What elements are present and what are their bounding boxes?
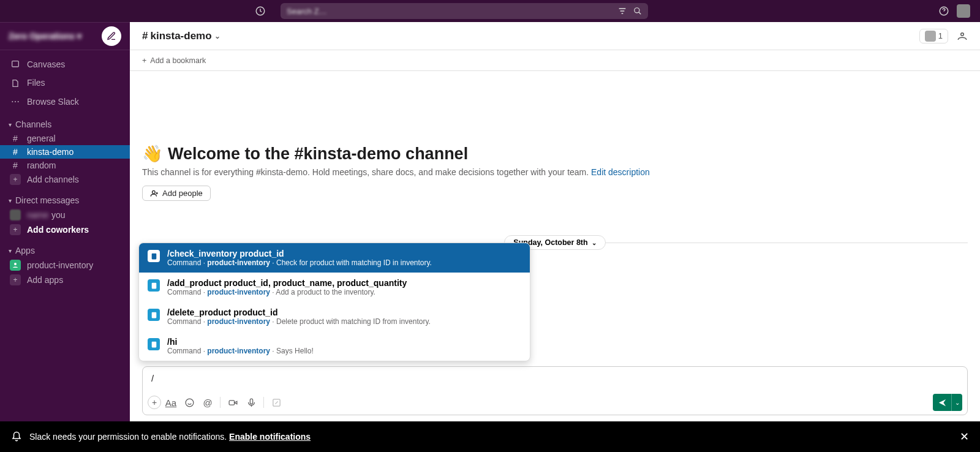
svg-rect-11	[151, 312, 156, 318]
chevron-down-icon: ▾	[77, 31, 81, 41]
svg-rect-3	[12, 61, 19, 67]
dm-you[interactable]: name you	[0, 208, 130, 222]
dm-label: Direct messages	[15, 195, 79, 205]
svg-point-4	[12, 101, 13, 102]
welcome-title: 👋 Welcome to the #kinsta-demo channel	[142, 144, 968, 164]
channel-kinsta-demo[interactable]: # kinsta-demo	[0, 145, 130, 159]
notification-banner: Slack needs your permission to enable no…	[0, 421, 980, 452]
member-count: 1	[938, 31, 943, 40]
nav-label: Canvases	[27, 58, 65, 71]
command-meta: Command · product-inventory · Delete pro…	[167, 317, 431, 326]
command-item[interactable]: /check_inventory product_id Command · pr…	[139, 243, 530, 273]
edit-description-link[interactable]: Edit description	[591, 167, 650, 177]
send-button[interactable]	[933, 394, 951, 411]
add-people-label: Add people	[162, 189, 203, 198]
workspace-header[interactable]: Zero Operations ▾	[0, 22, 130, 50]
shortcut-button[interactable]	[268, 394, 285, 411]
nav-label: Files	[27, 76, 45, 89]
command-item[interactable]: /hi Command · product-inventory · Says H…	[139, 331, 530, 361]
nav-canvases[interactable]: Canvases	[0, 55, 130, 73]
add-people-button[interactable]: Add people	[142, 186, 211, 201]
add-apps[interactable]: + Add apps	[0, 273, 130, 287]
search-input[interactable]: Search Z…	[281, 3, 648, 19]
emoji-button[interactable]	[181, 394, 198, 411]
command-item[interactable]: /add_product product_id, product_name, p…	[139, 273, 530, 302]
svg-point-1	[635, 8, 639, 13]
channels-header[interactable]: ▾ Channels	[0, 117, 130, 132]
app-icon	[148, 279, 160, 292]
format-button[interactable]: Aa	[162, 394, 179, 411]
channel-content: # kinsta-demo ⌄ 1 + Add a bookmark 👋 W	[130, 22, 980, 421]
huddle-icon[interactable]	[957, 31, 968, 42]
compose-button[interactable]	[102, 26, 121, 46]
audio-button[interactable]	[243, 394, 260, 411]
hash-icon: #	[10, 134, 21, 143]
plus-icon: +	[10, 224, 21, 235]
channels-label: Channels	[15, 119, 51, 129]
nav-browse[interactable]: Browse Slack	[0, 92, 130, 111]
user-avatar-icon	[10, 209, 21, 220]
welcome-block: 👋 Welcome to the #kinsta-demo channel Th…	[130, 126, 980, 207]
message-composer: / + Aa @	[142, 366, 968, 415]
apps-header[interactable]: ▾ Apps	[0, 243, 130, 258]
notif-text: Slack needs your permission to enable no…	[29, 432, 229, 442]
add-coworkers-label: Add coworkers	[27, 225, 89, 235]
history-icon[interactable]	[255, 6, 266, 17]
send-options[interactable]: ⌄	[951, 394, 962, 411]
canvas-icon	[10, 59, 21, 69]
user-avatar[interactable]	[957, 4, 970, 18]
add-apps-label: Add apps	[27, 275, 63, 285]
apps-label: Apps	[15, 246, 35, 255]
mention-button[interactable]: @	[199, 394, 216, 411]
svg-rect-15	[250, 399, 252, 404]
app-icon	[10, 260, 21, 271]
hash-icon: #	[10, 147, 21, 157]
app-icon	[148, 309, 160, 321]
dm-header[interactable]: ▾ Direct messages	[0, 193, 130, 208]
svg-rect-12	[151, 341, 156, 347]
command-title: /add_product product_id, product_name, p…	[167, 278, 407, 288]
chevron-down-icon: ⌄	[592, 239, 597, 246]
files-icon	[10, 78, 21, 88]
more-icon	[10, 97, 21, 107]
plus-icon: +	[10, 274, 21, 285]
members-button[interactable]: 1	[919, 29, 948, 43]
video-button[interactable]	[224, 394, 241, 411]
plus-icon: +	[10, 174, 21, 185]
attach-button[interactable]: +	[148, 396, 161, 409]
app-icon	[148, 338, 160, 350]
add-bookmark[interactable]: Add a bookmark	[150, 56, 206, 65]
bell-icon	[11, 431, 22, 442]
channel-name: random	[27, 160, 56, 170]
close-icon[interactable]: ✕	[960, 430, 969, 443]
hash-icon: #	[142, 30, 148, 42]
add-channels[interactable]: + Add channels	[0, 172, 130, 187]
svg-point-5	[15, 101, 16, 102]
command-suggestions: /check_inventory product_id Command · pr…	[138, 243, 530, 361]
command-title: /delete_product product_id	[167, 307, 431, 317]
wave-icon: 👋	[142, 144, 163, 164]
svg-rect-10	[151, 282, 156, 288]
filter-icon[interactable]	[617, 6, 627, 16]
enable-notifications-link[interactable]: Enable notifications	[229, 432, 311, 442]
plus-icon[interactable]: +	[142, 56, 146, 65]
channel-title: kinsta-demo	[150, 30, 211, 42]
topbar: Search Z…	[0, 0, 980, 22]
channel-header-button[interactable]: # kinsta-demo ⌄	[142, 30, 221, 42]
caret-down-icon: ▾	[9, 197, 12, 204]
nav-files[interactable]: Files	[0, 73, 130, 92]
caret-down-icon: ▾	[9, 121, 12, 128]
svg-point-8	[153, 190, 156, 194]
help-icon[interactable]	[938, 6, 949, 17]
app-product-inventory[interactable]: product-inventory	[0, 258, 130, 273]
channel-random[interactable]: # random	[0, 159, 130, 172]
command-item[interactable]: /delete_product product_id Command · pro…	[139, 302, 530, 331]
channel-general[interactable]: # general	[0, 132, 130, 145]
command-meta: Command · product-inventory · Add a prod…	[167, 288, 407, 296]
search-icon	[633, 7, 642, 15]
channel-name: kinsta-demo	[27, 147, 74, 157]
message-input[interactable]: /	[143, 367, 967, 391]
add-coworkers[interactable]: + Add coworkers	[0, 222, 130, 237]
hash-icon: #	[10, 160, 21, 170]
dm-you-label: you	[51, 210, 66, 220]
